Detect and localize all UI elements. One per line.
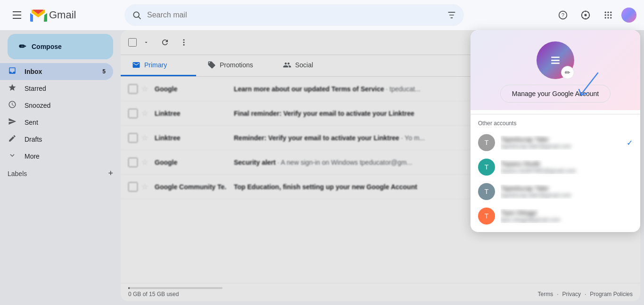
- account-name-0: Tapeducap Taler: [501, 136, 621, 143]
- email-snippet-2: · Yo m...: [401, 134, 425, 142]
- sidebar-item-more[interactable]: More: [0, 148, 113, 165]
- more-options-button[interactable]: [175, 34, 192, 51]
- sidebar-nav: Inbox 5 Starred Snoozed Sent: [0, 63, 121, 165]
- drafts-label: Drafts: [25, 136, 106, 143]
- terms-link[interactable]: Terms: [538, 291, 553, 297]
- email-star-4[interactable]: ☆: [141, 182, 151, 191]
- arrow-indicator: [574, 71, 603, 101]
- sidebar-item-snoozed[interactable]: Snoozed: [0, 97, 113, 114]
- sidebar-item-drafts[interactable]: Drafts: [0, 131, 113, 148]
- tab-promotions[interactable]: Promotions: [196, 55, 272, 76]
- topbar-left: Gmail: [8, 6, 121, 24]
- compose-button[interactable]: ✏ Compose: [8, 34, 113, 59]
- hamburger-icon: [13, 11, 21, 19]
- apps-button[interactable]: [599, 6, 618, 24]
- help-button[interactable]: ?: [553, 6, 572, 24]
- email-star-0[interactable]: ☆: [141, 84, 151, 93]
- storage-bar: [128, 287, 223, 289]
- settings-icon: [581, 10, 590, 20]
- account-popup: ✕ ≡ ✏ Manage your Google Account Other a…: [471, 30, 640, 232]
- email-star-1[interactable]: ☆: [141, 109, 151, 118]
- separator-1: ·: [557, 291, 558, 297]
- email-subject-1: Final reminder: Verify your email to act…: [234, 110, 414, 117]
- email-star-2[interactable]: ☆: [141, 133, 151, 142]
- compose-label: Compose: [32, 43, 62, 50]
- email-snippet-3: · A new sign-in on Windows tpeducator@gm…: [278, 159, 413, 166]
- svg-point-13: [610, 14, 611, 16]
- chevron-down-icon: [143, 40, 149, 45]
- email-sender-3: Google: [155, 159, 230, 166]
- separator-2: ·: [585, 291, 586, 297]
- labels-title: Labels: [8, 170, 27, 177]
- labels-add-button[interactable]: +: [108, 169, 113, 178]
- arrow-svg: [574, 71, 603, 99]
- svg-rect-2: [448, 12, 455, 13]
- svg-point-10: [610, 12, 611, 13]
- starred-icon: [8, 83, 17, 94]
- tab-social[interactable]: Social: [272, 55, 347, 76]
- search-icon: [132, 10, 141, 20]
- account-avatar-1: T: [478, 159, 495, 176]
- popup-edit-button[interactable]: ✏: [561, 66, 574, 79]
- storage-fill: [128, 287, 130, 289]
- svg-rect-3: [449, 15, 454, 16]
- starred-label: Starred: [25, 85, 106, 92]
- sidebar-item-inbox[interactable]: Inbox 5: [0, 63, 113, 80]
- apps-icon: [603, 10, 613, 20]
- account-info-2: Tapeducap Taler tapeducap.taler@gmail.co…: [501, 185, 633, 199]
- svg-rect-4: [451, 17, 453, 18]
- account-item-3[interactable]: T Tipsi Otisgpi tipsi.otisgpi@gmail.com: [471, 204, 640, 228]
- search-input[interactable]: [147, 11, 441, 19]
- email-checkbox-0[interactable]: [128, 84, 138, 94]
- svg-point-16: [610, 17, 611, 18]
- email-star-3[interactable]: ☆: [141, 158, 151, 167]
- sidebar-item-sent[interactable]: Sent: [0, 114, 113, 131]
- topbar: Gmail ?: [0, 0, 644, 30]
- account-check-0: ✓: [627, 138, 633, 147]
- menu-icon[interactable]: [8, 6, 26, 24]
- select-dropdown-button[interactable]: [138, 34, 155, 51]
- sent-label: Sent: [25, 119, 106, 126]
- email-checkbox-4[interactable]: [128, 182, 138, 192]
- svg-line-20: [581, 73, 598, 94]
- email-sender-2: Linktree: [155, 134, 230, 142]
- account-email-3: tipsi.otisgpi@gmail.com: [501, 217, 633, 223]
- email-checkbox-2[interactable]: [128, 133, 138, 143]
- settings-button[interactable]: [576, 6, 595, 24]
- email-checkbox-3[interactable]: [128, 158, 138, 167]
- promotions-tab-icon: [207, 61, 216, 69]
- gmail-logo-svg: [30, 8, 47, 22]
- sidebar-item-starred[interactable]: Starred: [0, 80, 113, 97]
- email-subject-0: Learn more about our updated Terms of Se…: [234, 85, 384, 93]
- mail-footer: 0 GB of 15 GB used Terms · Privacy · Pro…: [121, 283, 640, 301]
- refresh-button[interactable]: [157, 34, 173, 51]
- popup-avatar: ≡ ✏: [537, 41, 574, 79]
- email-sender-0: Google: [155, 85, 230, 93]
- labels-section-header: Labels +: [0, 165, 121, 182]
- account-email-2: tapeducap.taler@gmail.com: [501, 192, 633, 199]
- account-item-1[interactable]: T Topara Otutiti topara.otutiti7892@gmai…: [471, 155, 640, 179]
- svg-point-9: [607, 12, 609, 13]
- tab-primary[interactable]: Primary: [121, 55, 196, 76]
- avatar[interactable]: [621, 8, 636, 23]
- social-tab-icon: [283, 61, 291, 69]
- search-bar[interactable]: [124, 4, 464, 26]
- account-item-0[interactable]: T Tapeducap Taler tapeducap.taler@gmail.…: [471, 130, 640, 155]
- email-checkbox-1[interactable]: [128, 109, 138, 118]
- email-snippet-0: · tpeducat...: [386, 85, 421, 93]
- drafts-icon: [8, 134, 17, 144]
- account-avatar-2: T: [478, 183, 495, 200]
- search-options-icon[interactable]: [447, 10, 456, 20]
- select-all-checkbox[interactable]: [128, 38, 137, 47]
- svg-point-17: [183, 39, 185, 40]
- account-item-2[interactable]: T Tapeducap Taler tapeducap.taler@gmail.…: [471, 179, 640, 204]
- inbox-icon: [8, 66, 17, 77]
- svg-text:?: ?: [561, 12, 564, 18]
- svg-point-15: [607, 17, 609, 18]
- gmail-text: Gmail: [49, 9, 76, 21]
- storage-text: 0 GB of 15 GB used: [128, 291, 179, 297]
- program-policies-link[interactable]: Program Policies: [590, 291, 633, 297]
- svg-point-8: [605, 12, 606, 13]
- svg-point-12: [607, 14, 609, 16]
- privacy-link[interactable]: Privacy: [562, 291, 581, 297]
